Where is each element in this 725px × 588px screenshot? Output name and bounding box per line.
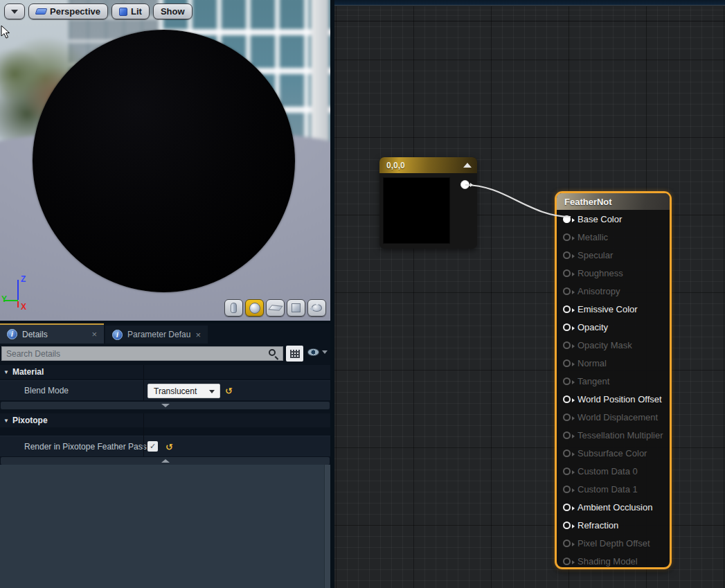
show-button[interactable]: Show [153,3,193,19]
base-color-pin-label: Base Color [578,214,622,224]
feather-pass-checkbox[interactable]: ✓ [147,441,158,452]
details-tab-icon: i [7,329,17,339]
viewport-toolbar: Perspective Lit Show [4,3,193,19]
opacity-pin-label: Opacity [578,322,608,332]
pin-row-world-displacement: World Displacement [557,408,670,426]
opacity-mask-pin-icon[interactable] [563,341,571,349]
y-axis-label: Y [1,294,7,304]
tessellation-multiplier-pin-icon[interactable] [563,431,571,439]
perspective-button[interactable]: Perspective [28,3,108,19]
metallic-pin-icon[interactable] [563,233,571,241]
reset-to-default-button[interactable]: ↺ [165,441,173,452]
pin-row-shading-model: Shading Model [557,552,670,570]
sphere-shape-button[interactable] [245,299,264,317]
show-label: Show [161,6,185,17]
perspective-icon [35,8,48,15]
pin-row-emissive-color: Emissive Color [557,300,670,318]
eye-icon [307,348,319,356]
close-icon[interactable]: × [195,330,201,340]
details-search-row [0,344,330,363]
subsurface-color-pin-icon[interactable] [563,449,571,457]
viewport-options-button[interactable] [4,3,25,19]
custom-data-0-pin-label: Custom Data 0 [578,466,638,476]
base-color-pin-icon[interactable] [563,215,571,223]
custom-data-1-pin-icon[interactable] [563,485,571,493]
material-section-header[interactable]: ▼ Material [0,365,330,379]
normal-pin-icon[interactable] [563,359,571,367]
pin-row-anisotropy: Anisotropy [557,282,670,300]
details-scrollbar[interactable] [324,465,330,588]
pin-row-roughness: Roughness [557,264,670,282]
pixotope-advanced-expander[interactable] [1,457,330,465]
material-section-title: Material [12,367,44,377]
constant-color-node[interactable]: 0,0,0 [379,157,477,249]
pixel-depth-offset-pin-icon[interactable] [563,540,571,547]
pin-row-tessellation-multiplier: Tessellation Multiplier [557,426,670,444]
tangent-pin-icon[interactable] [563,377,571,385]
feather-pass-row: Render in Pixotope Feather Pass ✓ ↺ [0,436,330,456]
material-advanced-expander[interactable] [1,402,330,409]
column-divider [143,365,144,400]
lit-mode-button[interactable]: Lit [111,3,150,19]
roughness-pin-icon[interactable] [563,269,571,277]
world-displacement-pin-icon[interactable] [563,413,571,421]
preview-viewport[interactable]: Perspective Lit Show Z Y X [0,0,330,321]
emissive-color-pin-label: Emissive Color [578,304,638,314]
refraction-pin-icon[interactable] [563,522,571,529]
lit-cube-icon [119,8,127,16]
pin-row-ambient-occlusion: Ambient Occlusion [557,498,670,516]
collapse-up-icon[interactable] [463,163,472,168]
constant-output-pin[interactable] [460,180,469,189]
custom-data-0-pin-icon[interactable] [563,467,571,475]
cube-icon [292,303,301,312]
roughness-pin-label: Roughness [578,268,623,278]
ambient-occlusion-pin-icon[interactable] [563,504,571,511]
collapse-arrow-icon: ▼ [3,369,9,375]
tab-parameter-defaults[interactable]: i Parameter Defaults × [105,326,208,344]
opacity-pin-icon[interactable] [563,323,571,331]
grid-view-icon [290,350,300,358]
visibility-filter-button[interactable] [307,348,328,356]
pin-row-normal: Normal [557,354,670,372]
material-node-header[interactable]: FeatherNot [557,193,670,210]
mouse-cursor [1,25,11,39]
grid-view-button[interactable] [286,346,303,362]
pixel-depth-offset-pin-label: Pixel Depth Offset [578,538,650,549]
world-position-offset-pin-icon[interactable] [563,395,571,403]
graph-top-edge [334,0,725,6]
parameter-defaults-tab-label: Parameter Defaults [127,330,190,339]
material-output-node[interactable]: FeatherNot Base ColorMetallicSpecularRou… [555,191,672,569]
pin-row-tangent: Tangent [557,372,670,390]
tangent-pin-label: Tangent [578,376,609,386]
specular-pin-icon[interactable] [563,251,571,259]
tessellation-multiplier-pin-label: Tessellation Multiplier [578,430,663,440]
column-divider [143,413,144,456]
world-displacement-pin-label: World Displacement [578,412,658,422]
pixotope-section-header[interactable]: ▼ Pixotope [0,413,330,427]
close-icon[interactable]: × [91,329,97,339]
blend-mode-dropdown[interactable]: Translucent [147,384,220,398]
constant-node-header[interactable]: 0,0,0 [379,157,477,173]
reset-to-default-button[interactable]: ↺ [225,386,233,396]
lit-label: Lit [131,6,142,17]
checkmark-icon: ✓ [150,442,156,451]
details-tab-bar: i Details × i Parameter Defaults × [0,323,330,344]
cube-shape-button[interactable] [287,299,305,317]
ambient-occlusion-pin-label: Ambient Occlusion [578,502,652,513]
search-input[interactable] [1,346,283,361]
anisotropy-pin-icon[interactable] [563,287,571,295]
subsurface-color-pin-label: Subsurface Color [578,448,647,458]
chevron-down-icon [209,390,215,393]
chevron-down-icon [322,350,328,354]
normal-pin-label: Normal [578,358,607,368]
cylinder-shape-button[interactable] [224,299,243,317]
teapot-shape-button[interactable] [307,299,326,317]
parameter-defaults-tab-icon: i [112,330,123,340]
tab-details[interactable]: i Details × [0,323,104,344]
emissive-color-pin-icon[interactable] [563,305,571,313]
z-axis-line [17,280,19,300]
plane-shape-button[interactable] [266,299,285,317]
x-axis-line [17,301,19,308]
shading-model-pin-icon[interactable] [563,558,571,565]
chevron-down-icon [11,10,18,14]
